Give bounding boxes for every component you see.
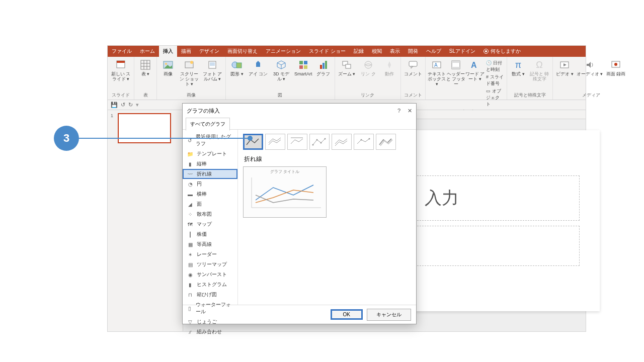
- qat-more-icon[interactable]: ▾: [136, 102, 139, 108]
- tab-view[interactable]: 表示: [386, 46, 404, 57]
- cat-histogram[interactable]: ▮ヒストグラム: [183, 280, 237, 290]
- cat-scatter[interactable]: ⁘散布図: [183, 209, 237, 219]
- subtype-line[interactable]: [243, 134, 263, 150]
- subtype-title: 折れ線: [244, 155, 411, 163]
- symbol-button[interactable]: Ω記号と 特殊文字: [529, 59, 549, 82]
- cat-recent[interactable]: ↺最近使用したグラフ: [183, 132, 237, 149]
- tab-sladdin[interactable]: SLアドイン: [445, 46, 479, 57]
- dialog-tabs: すべてのグラフ: [183, 118, 416, 130]
- group-label: メディア: [582, 92, 600, 99]
- tab-allcharts[interactable]: すべてのグラフ: [186, 118, 230, 131]
- tab-help[interactable]: ヘルプ: [422, 46, 445, 57]
- map-icon: 🗺: [187, 221, 194, 227]
- textbox-button[interactable]: Aテキスト ボックス ▾: [429, 59, 445, 87]
- screenrec-button[interactable]: 画面 録画: [606, 59, 626, 77]
- cat-radar[interactable]: ✶レーダー: [183, 249, 237, 259]
- svg-rect-2: [141, 60, 150, 69]
- save-icon[interactable]: 💾: [111, 102, 118, 108]
- screenshot-button[interactable]: スクリーン ショット ▾: [179, 59, 199, 87]
- tab-animation[interactable]: アニメーション: [262, 46, 305, 57]
- smartart-button[interactable]: SmartArt: [294, 59, 312, 77]
- headerfooter-button[interactable]: ヘッダーと フッター: [448, 59, 464, 87]
- column-icon: ▮: [187, 161, 194, 167]
- thumbnails-pane[interactable]: 1: [108, 110, 183, 331]
- subtype-line-markers[interactable]: [309, 134, 330, 150]
- tab-insert[interactable]: 挿入: [159, 46, 177, 57]
- equation-button[interactable]: π数式 ▾: [510, 59, 526, 77]
- cat-combo[interactable]: ⫽組み合わせ: [183, 327, 237, 337]
- group-comment: コメント コメント: [401, 57, 426, 100]
- tab-transition[interactable]: 画面切り替え: [223, 46, 262, 57]
- cat-area[interactable]: ◢面: [183, 199, 237, 209]
- tellme[interactable]: 何をしますか: [484, 46, 521, 57]
- ribbon-tabbar: ファイル ホーム 挿入 描画 デザイン 画面切り替え アニメーション スライド …: [108, 46, 586, 57]
- link-button[interactable]: リン ク: [358, 59, 378, 77]
- object-button[interactable]: ▭ オブジェクト: [486, 88, 504, 108]
- chart-button[interactable]: グラフ: [315, 59, 332, 77]
- subtype-100stacked-line[interactable]: [287, 134, 307, 150]
- cat-column[interactable]: ▮縦棒: [183, 159, 237, 169]
- cat-template[interactable]: 📁テンプレート: [183, 149, 237, 159]
- zoom-button[interactable]: ズーム ▾: [338, 59, 356, 77]
- icons-button[interactable]: アイ コン: [248, 59, 268, 77]
- photoalbum-button[interactable]: フォト アルバム ▾: [202, 59, 222, 82]
- svg-point-10: [190, 61, 193, 64]
- wordart-button[interactable]: Aワード アート ▾: [467, 59, 483, 82]
- cat-line[interactable]: 〰折れ線: [183, 169, 237, 179]
- cat-map[interactable]: 🗺マップ: [183, 219, 237, 229]
- help-icon[interactable]: ?: [397, 108, 400, 114]
- cat-boxwhisker[interactable]: ⊓箱ひげ図: [183, 290, 237, 300]
- cancel-button[interactable]: キャンセル: [367, 309, 411, 321]
- tab-design[interactable]: デザイン: [195, 46, 223, 57]
- subtype-3dline[interactable]: [376, 134, 396, 150]
- undo-icon[interactable]: ↺: [121, 102, 125, 108]
- close-icon[interactable]: ✕: [408, 108, 412, 114]
- 3dmodel-button[interactable]: 3D モデル ▾: [271, 59, 291, 82]
- stock-icon: ┃: [187, 231, 194, 237]
- group-label: 図: [278, 92, 282, 99]
- redo-icon[interactable]: ↻: [128, 102, 133, 108]
- cat-treemap[interactable]: ▤ツリーマップ: [183, 259, 237, 269]
- comment-button[interactable]: コメント: [404, 59, 422, 77]
- insert-chart-dialog: グラフの挿入 ? ✕ すべてのグラフ ↺最近使用したグラフ 📁テンプレート ▮縦…: [182, 103, 417, 324]
- svg-rect-20: [304, 61, 307, 64]
- cat-surface[interactable]: ▦等高線: [183, 239, 237, 249]
- area-icon: ◢: [187, 201, 194, 207]
- tab-draw[interactable]: 描画: [177, 46, 195, 57]
- svg-point-46: [320, 142, 322, 144]
- svg-line-16: [277, 63, 281, 65]
- slide-thumbnail[interactable]: [118, 113, 171, 143]
- subtype-stacked-line[interactable]: [265, 134, 285, 150]
- new-slide-button[interactable]: 新しい スライド ▾: [111, 59, 131, 82]
- cat-bar[interactable]: ▬横棒: [183, 189, 237, 199]
- chart-preview[interactable]: グラフ タイトル: [243, 166, 327, 218]
- shapes-button[interactable]: 図形 ▾: [229, 59, 245, 77]
- group-illustrations: 図形 ▾ アイ コン 3D モデル ▾ SmartArt グラフ 図: [226, 57, 335, 100]
- annotation-badge: 3: [54, 126, 79, 151]
- group-label: 表: [143, 92, 148, 99]
- tab-record[interactable]: 記録: [350, 46, 368, 57]
- cat-pie[interactable]: ◔円: [183, 179, 237, 189]
- slidenum-button[interactable]: # スライド番号: [486, 74, 504, 87]
- combo-icon: ⫽: [187, 329, 194, 335]
- tab-slideshow[interactable]: スライド ショー: [305, 46, 350, 57]
- subtype-100stacked-markers[interactable]: [354, 134, 374, 150]
- tab-file[interactable]: ファイル: [108, 46, 136, 57]
- dialog-titlebar[interactable]: グラフの挿入 ? ✕: [183, 104, 416, 118]
- treemap-icon: ▤: [187, 261, 194, 267]
- subtype-stacked-markers[interactable]: [332, 134, 352, 150]
- cat-sunburst[interactable]: ◉サンバースト: [183, 269, 237, 280]
- action-button[interactable]: 動作: [381, 59, 397, 77]
- video-button[interactable]: ビデオ ▾: [556, 59, 574, 77]
- table-button[interactable]: 表 ▾: [137, 59, 153, 77]
- audio-button[interactable]: オーディオ ▾: [577, 59, 603, 77]
- folder-icon: 📁: [187, 151, 194, 157]
- ok-button[interactable]: OK: [331, 309, 363, 320]
- tab-review[interactable]: 校閲: [368, 46, 386, 57]
- tab-dev[interactable]: 開発: [404, 46, 422, 57]
- datetime-button[interactable]: 🕓 日付と時刻: [486, 60, 504, 73]
- tab-home[interactable]: ホーム: [136, 46, 159, 57]
- images-button[interactable]: 画像: [160, 59, 176, 77]
- cat-stock[interactable]: ┃株価: [183, 229, 237, 239]
- svg-text:A: A: [434, 62, 438, 68]
